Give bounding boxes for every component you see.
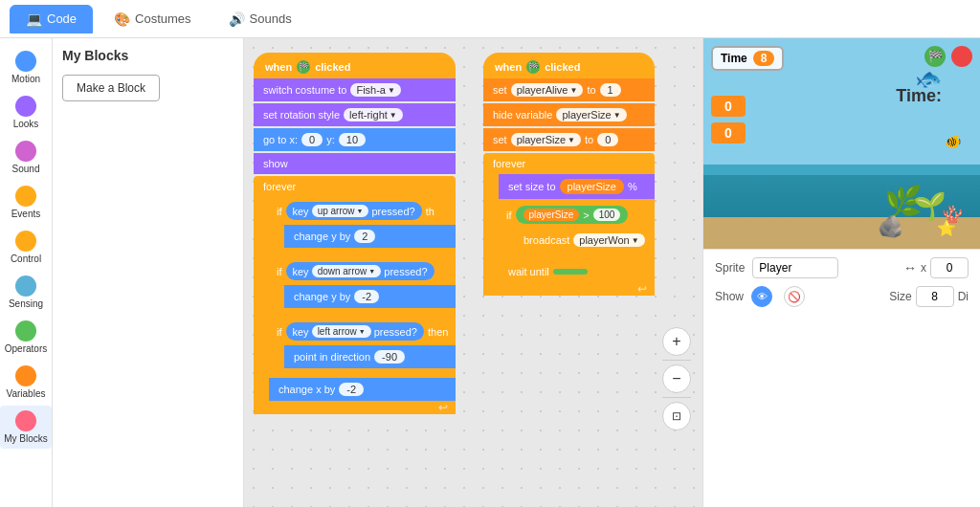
coral-decoration: 🪸: [942, 204, 963, 225]
block-hide-variable[interactable]: hide variable playerSize ▼: [483, 103, 655, 126]
sidebar-item-sound[interactable]: Sound: [0, 136, 52, 179]
blocks-panel-title: My Blocks: [62, 48, 234, 63]
stage-stop-button[interactable]: [951, 46, 972, 67]
zoom-fit-button[interactable]: ⊡: [662, 402, 691, 430]
timer-label: Time: [721, 52, 747, 65]
hat-block-right[interactable]: when 🏁 clicked: [483, 53, 655, 78]
my-blocks-dot: [15, 410, 36, 431]
hide-button[interactable]: 🚫: [784, 286, 805, 307]
stage-controls: 🏁: [924, 46, 972, 67]
left-script: when 🏁 clicked switch costume to Fish-a …: [254, 53, 456, 414]
if-down-arrow: if key down arrow ▼ pressed? change y by: [269, 257, 456, 316]
stage-panel: 🏁 Time 8 0 0 Time: 🐟 🐠 🌿 🌱 🪨 ⭐: [702, 38, 980, 507]
tab-code[interactable]: 💻 Code: [10, 5, 93, 33]
playerSize-dropdown[interactable]: playerSize ▼: [511, 133, 581, 146]
make-block-button[interactable]: Make a Block: [62, 75, 160, 101]
score-box-1: 0: [711, 96, 746, 117]
playerAlive-dropdown[interactable]: playerAlive ▼: [511, 83, 584, 97]
dir-label: Di: [958, 290, 969, 303]
stage-canvas: 🏁 Time 8 0 0 Time: 🐟 🐠 🌿 🌱 🪨 ⭐: [703, 38, 980, 249]
block-rotation-style[interactable]: set rotation style left-right ▼: [254, 103, 456, 126]
show-button[interactable]: 👁: [751, 286, 772, 307]
condition-down-arrow[interactable]: key down arrow ▼ pressed?: [286, 262, 434, 280]
fish-decoration: 🐟: [916, 67, 942, 92]
block-set-size[interactable]: set size to playerSize %: [499, 174, 655, 199]
block-change-x[interactable]: change x by -2: [269, 378, 456, 401]
sound-dot: [15, 141, 36, 162]
looks-dot: [15, 96, 36, 117]
zoom-in-button[interactable]: +: [662, 327, 691, 356]
hide-playerSize-dropdown[interactable]: playerSize ▼: [556, 108, 626, 121]
block-change-y-down[interactable]: change y by -2: [284, 285, 456, 308]
if-left-arrow: if key left arrow ▼ pressed? then: [269, 318, 456, 376]
block-point-direction[interactable]: point in direction -90: [284, 345, 456, 368]
block-show[interactable]: show: [254, 153, 456, 174]
stage-flag-button[interactable]: 🏁: [924, 46, 946, 67]
sidebar-item-variables[interactable]: Variables: [0, 361, 52, 404]
condition-up-arrow[interactable]: key up arrow ▼ pressed?: [286, 202, 422, 220]
block-change-y-up[interactable]: change y by 2: [284, 225, 456, 248]
size-label: Size: [889, 290, 911, 303]
hat-block-left[interactable]: when 🏁 clicked: [254, 53, 456, 78]
if-playerSize: if playerSize > 100 broadcast: [499, 201, 655, 259]
sidebar-item-sensing[interactable]: Sensing: [0, 271, 52, 314]
playerWon-dropdown[interactable]: playerWon ▼: [573, 233, 644, 247]
block-forever: forever if key up arrow ▼ pressed?: [254, 176, 456, 414]
x-value[interactable]: 0: [301, 133, 323, 146]
blocks-panel: My Blocks Make a Block: [53, 38, 244, 507]
code-area[interactable]: when 🏁 clicked switch costume to Fish-a …: [244, 38, 702, 507]
zoom-controls: + − ⊡: [662, 327, 691, 430]
block-broadcast[interactable]: broadcast playerWon ▼: [514, 229, 655, 252]
block-wait-until[interactable]: wait until: [499, 261, 655, 282]
variables-dot: [15, 365, 36, 386]
condition-left-arrow[interactable]: key left arrow ▼ pressed?: [286, 322, 424, 341]
x-coord-input[interactable]: [930, 257, 969, 278]
tab-sounds[interactable]: 🔊 Sounds: [212, 5, 308, 33]
events-dot: [15, 186, 36, 207]
main-layout: Motion Looks Sound Events Control Sensin…: [0, 38, 980, 507]
right-script: when 🏁 clicked set playerAlive ▼ to 1 hi…: [483, 53, 655, 296]
code-icon: 💻: [26, 11, 42, 27]
if-up-arrow: if key up arrow ▼ pressed? th c: [269, 197, 456, 255]
block-set-playerSize[interactable]: set playerSize ▼ to 0: [483, 128, 655, 151]
sensing-dot: [15, 276, 36, 297]
show-label: Show: [715, 290, 744, 303]
arrows-icon: ↔: [903, 260, 917, 276]
playerSize-oval: playerSize: [560, 179, 624, 194]
rotation-dropdown[interactable]: left-right ▼: [344, 108, 403, 121]
top-bar: 💻 Code 🎨 Costumes 🔊 Sounds: [0, 0, 980, 38]
sidebar-item-my-blocks[interactable]: My Blocks: [0, 406, 52, 449]
motion-dot: [15, 51, 36, 72]
sprite-name-input[interactable]: [752, 257, 838, 278]
show-row: Show 👁 🚫 Size Di: [715, 286, 969, 307]
size-input[interactable]: [916, 286, 954, 307]
timer-display: Time 8: [711, 46, 784, 71]
forever-label: forever: [254, 176, 456, 197]
tab-costumes[interactable]: 🎨 Costumes: [98, 5, 208, 33]
sound-icon: 🔊: [229, 11, 245, 27]
block-forever-right: forever set size to playerSize % if: [483, 153, 655, 296]
wait-condition: [553, 269, 588, 275]
costume-dropdown[interactable]: Fish-a ▼: [350, 83, 400, 97]
sidebar-item-control[interactable]: Control: [0, 226, 52, 269]
block-switch-costume[interactable]: switch costume to Fish-a ▼: [254, 78, 456, 101]
condition-playerSize-gt[interactable]: playerSize > 100: [516, 206, 629, 224]
sidebar-item-operators[interactable]: Operators: [0, 316, 52, 359]
sidebar-item-events[interactable]: Events: [0, 181, 52, 224]
block-set-playerAlive[interactable]: set playerAlive ▼ to 1: [483, 78, 655, 101]
sidebar-item-looks[interactable]: Looks: [0, 91, 52, 134]
zoom-out-button[interactable]: −: [662, 364, 691, 393]
forever-label-right: forever: [483, 153, 655, 174]
x-coord-label: x: [921, 261, 926, 275]
zoom-divider: [662, 360, 691, 361]
operators-dot: [15, 320, 36, 342]
sprite-row: Sprite ↔ x: [715, 257, 969, 278]
sprite-label: Sprite: [715, 261, 745, 275]
control-dot: [15, 231, 36, 252]
y-value[interactable]: 10: [339, 133, 366, 146]
sidebar: Motion Looks Sound Events Control Sensin…: [0, 38, 53, 507]
block-go-to[interactable]: go to x: 0 y: 10: [254, 128, 456, 151]
sidebar-item-motion[interactable]: Motion: [0, 46, 52, 89]
costume-icon: 🎨: [114, 11, 130, 27]
rock-decoration: 🪨: [878, 214, 903, 239]
